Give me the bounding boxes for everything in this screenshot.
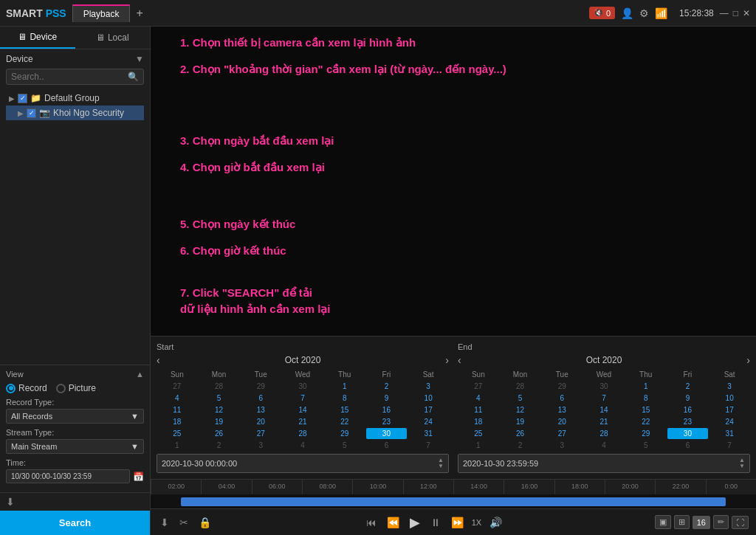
checkbox-default-group[interactable] <box>18 94 27 103</box>
cal-day[interactable]: 13 <box>240 404 281 415</box>
cal-day[interactable]: 6 <box>366 440 408 451</box>
start-prev-button[interactable]: ‹ <box>157 354 160 366</box>
add-tab-button[interactable]: + <box>136 7 142 20</box>
cal-day[interactable]: 15 <box>324 404 365 415</box>
time-input[interactable] <box>6 469 130 483</box>
cal-day[interactable]: 19 <box>199 416 240 427</box>
tree-item-camera[interactable]: ▶ 📷 Khoi Ngo Security <box>6 106 144 120</box>
cal-day[interactable]: 14 <box>282 404 323 415</box>
cal-day-e[interactable]: 2 <box>667 381 709 392</box>
end-prev-button[interactable]: ‹ <box>458 354 461 366</box>
cal-day-e[interactable]: 7 <box>709 440 750 451</box>
cut-btn[interactable]: ✂ <box>177 514 190 531</box>
calendar-icon[interactable]: 📅 <box>133 472 144 482</box>
end-next-button[interactable]: › <box>746 354 750 366</box>
cal-day[interactable]: 28 <box>199 381 240 392</box>
cal-day[interactable]: 29 <box>324 428 365 439</box>
network-icon-button[interactable]: 📶 <box>655 7 667 19</box>
cal-day-e[interactable]: 22 <box>625 416 667 427</box>
cal-day-e[interactable]: 1 <box>625 381 667 392</box>
end-spin-down[interactable]: ▼ <box>739 463 745 469</box>
cal-day[interactable]: 12 <box>199 404 240 415</box>
cal-day-e[interactable]: 29 <box>541 381 583 392</box>
grid-1x1-btn[interactable]: ▣ <box>655 515 671 529</box>
cal-day[interactable]: 31 <box>408 428 449 439</box>
cal-day[interactable]: 26 <box>199 428 240 439</box>
cal-day[interactable]: 21 <box>282 416 323 427</box>
cal-day[interactable]: 27 <box>240 428 281 439</box>
edit-btn[interactable]: ✏ <box>713 515 729 529</box>
cal-day-e[interactable]: 15 <box>625 404 667 415</box>
cal-day[interactable]: 1 <box>324 381 365 392</box>
start-next-button[interactable]: › <box>445 354 449 366</box>
cal-day-e[interactable]: 13 <box>541 404 583 415</box>
cal-day[interactable]: 28 <box>282 428 323 439</box>
cal-day-e[interactable]: 31 <box>709 428 750 439</box>
cal-day[interactable]: 30 <box>282 381 323 392</box>
cal-day-e[interactable]: 5 <box>500 393 541 404</box>
cal-day-e[interactable]: 4 <box>583 440 625 451</box>
checkbox-camera[interactable] <box>27 108 36 118</box>
cal-day-e[interactable]: 6 <box>541 393 583 404</box>
cal-day-e[interactable]: 3 <box>541 440 583 451</box>
grid-2x2-btn[interactable]: ⊞ <box>674 515 690 529</box>
cal-day-e[interactable]: 7 <box>583 393 625 404</box>
cal-day-e[interactable]: 26 <box>500 428 541 439</box>
cal-day-e[interactable]: 16 <box>667 404 709 415</box>
stream-type-select[interactable]: Main Stream ▼ <box>6 439 144 454</box>
lock-btn[interactable]: 🔒 <box>196 514 213 531</box>
download-btn[interactable]: ⬇ <box>158 514 171 531</box>
cal-day[interactable]: 18 <box>157 416 198 427</box>
download-icon-button[interactable]: ⬇ <box>6 496 15 508</box>
close-button[interactable]: ✕ <box>743 8 750 18</box>
maximize-button[interactable]: □ <box>733 8 738 18</box>
cal-day[interactable]: 29 <box>240 381 281 392</box>
skip-back-btn[interactable]: ⏮ <box>364 514 379 531</box>
cal-day-e[interactable]: 21 <box>583 416 625 427</box>
tab-local[interactable]: 🖥 Local <box>75 27 151 49</box>
cal-day-e[interactable]: 9 <box>667 393 709 404</box>
user-icon-button[interactable]: 👤 <box>621 7 633 19</box>
cal-day[interactable]: 6 <box>240 393 281 404</box>
cal-day[interactable]: 2 <box>366 381 408 392</box>
cal-day[interactable]: 3 <box>240 440 281 451</box>
settings-icon-button[interactable]: ⚙ <box>639 7 649 19</box>
tab-device[interactable]: 🖥 Device <box>0 27 75 49</box>
cal-day-e[interactable]: 30 <box>583 381 625 392</box>
cal-day-e[interactable]: 6 <box>667 440 709 451</box>
cal-day[interactable]: 7 <box>282 393 323 404</box>
cal-day[interactable]: 24 <box>408 416 449 427</box>
timeline-track[interactable] <box>151 494 756 508</box>
prev-frame-btn[interactable]: ⏪ <box>385 514 402 531</box>
cal-day-e[interactable]: 20 <box>541 416 583 427</box>
pause-btn[interactable]: ⏸ <box>428 514 443 531</box>
cal-day[interactable]: 3 <box>408 381 449 392</box>
play-btn[interactable]: ▶ <box>408 512 422 533</box>
radio-record[interactable]: Record <box>6 383 47 393</box>
cal-day[interactable]: 17 <box>408 404 449 415</box>
cal-day-e[interactable]: 27 <box>541 428 583 439</box>
cal-day[interactable]: 23 <box>366 416 408 427</box>
cal-day[interactable]: 5 <box>199 393 240 404</box>
search-input[interactable] <box>11 72 128 82</box>
cal-day-e[interactable]: 27 <box>458 381 499 392</box>
start-selected-day[interactable]: 30 <box>366 428 408 439</box>
cal-day-e[interactable]: 28 <box>583 428 625 439</box>
cal-day[interactable]: 9 <box>366 393 408 404</box>
cal-day-e[interactable]: 14 <box>583 404 625 415</box>
cal-day-e[interactable]: 24 <box>709 416 750 427</box>
cal-day-e[interactable]: 29 <box>625 428 667 439</box>
cal-day[interactable]: 16 <box>366 404 408 415</box>
cal-day[interactable]: 1 <box>157 440 198 451</box>
cal-day-e[interactable]: 25 <box>458 428 499 439</box>
minimize-button[interactable]: — <box>720 8 729 18</box>
cal-day[interactable]: 7 <box>408 440 449 451</box>
end-datetime-field[interactable] <box>463 459 739 468</box>
cal-day-e[interactable]: 1 <box>458 440 499 451</box>
cal-day[interactable]: 20 <box>240 416 281 427</box>
cal-day-e[interactable]: 19 <box>500 416 541 427</box>
cal-day-e[interactable]: 12 <box>500 404 541 415</box>
cal-day-e[interactable]: 17 <box>709 404 750 415</box>
cal-day-e[interactable]: 18 <box>458 416 499 427</box>
cal-day-e[interactable]: 5 <box>625 440 667 451</box>
